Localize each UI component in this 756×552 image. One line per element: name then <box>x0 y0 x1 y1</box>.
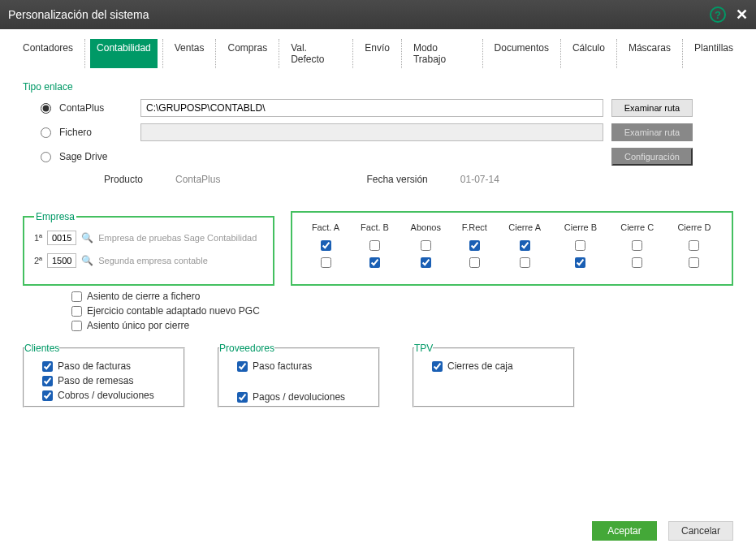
tab-calculo[interactable]: Cálculo <box>566 39 611 68</box>
chk-r1-abonos[interactable] <box>421 240 431 251</box>
tab-valdefecto[interactable]: Val. Defecto <box>284 39 348 68</box>
chk-r1-frect[interactable] <box>469 240 480 251</box>
value-producto: ContaPlus <box>175 174 220 185</box>
label-clientes-paso-facturas: Paso de facturas <box>58 360 131 372</box>
chk-clientes-paso-remesas[interactable] <box>42 376 53 386</box>
chk-ejercicio-pgc[interactable] <box>71 306 82 317</box>
grid-header: Cierre D <box>667 222 722 237</box>
legend-tpv: TPV <box>414 343 433 354</box>
grid-header: Cierre A <box>498 222 551 237</box>
legend-tipo-enlace: Tipo enlace <box>23 81 73 93</box>
close-icon[interactable]: ✕ <box>736 6 748 24</box>
tab-modotrabajo[interactable]: Modo Trabajo <box>407 39 477 68</box>
empresa-1-code-input[interactable] <box>47 231 76 245</box>
chk-r2-factb[interactable] <box>369 257 380 268</box>
grid-header: Abonos <box>400 222 451 237</box>
grid-header: Cierre C <box>610 222 665 237</box>
box-grid: Fact. A Fact. B Abonos F.Rect Cierre A C… <box>291 211 733 286</box>
section-clientes: Clientes Paso de facturas Paso de remesa… <box>23 343 185 408</box>
label-sagedrive: Sage Drive <box>59 151 132 162</box>
window-title: Personalización del sistema <box>8 8 710 21</box>
chk-asiento-unico[interactable] <box>71 321 82 331</box>
button-configuracion: Configuración <box>611 148 693 166</box>
chk-clientes-cobros[interactable] <box>42 390 53 401</box>
chk-r1-cierred[interactable] <box>689 240 699 251</box>
titlebar: Personalización del sistema ? ✕ <box>0 0 756 29</box>
label-clientes-cobros: Cobros / devoluciones <box>58 390 154 401</box>
empresa-2-ord: 2ª <box>34 256 42 265</box>
chk-r1-cierrec[interactable] <box>632 240 642 251</box>
chk-r1-facta[interactable] <box>321 240 331 251</box>
radio-fichero[interactable] <box>41 127 51 138</box>
empresa-1-name: Empresa de pruebas Sage Contabilidad <box>98 233 257 243</box>
tab-mascaras[interactable]: Máscaras <box>622 39 677 68</box>
grid-row-1 <box>302 239 722 254</box>
chk-r1-cierrea[interactable] <box>520 240 530 251</box>
chk-r2-cierred[interactable] <box>689 257 699 268</box>
input-contaplus-path[interactable] <box>140 99 603 117</box>
magnifier-icon[interactable]: 🔍 <box>81 255 93 266</box>
tabstrip: Contadores Contabilidad Ventas Compras V… <box>0 29 756 68</box>
chk-tpv-cierres[interactable] <box>432 361 443 372</box>
section-proveedores: Proveedores Paso facturas Pagos / devolu… <box>218 343 380 408</box>
value-fecha-version: 01-07-14 <box>460 174 499 185</box>
empresa-row-1: 1ª 🔍 Empresa de pruebas Sage Contabilida… <box>34 231 263 245</box>
tab-plantillas[interactable]: Plantillas <box>688 39 740 68</box>
label-fichero: Fichero <box>59 127 132 138</box>
chk-r2-abonos[interactable] <box>421 257 431 268</box>
label-tpv-cierres: Cierres de caja <box>447 360 513 372</box>
magnifier-icon[interactable]: 🔍 <box>81 232 93 244</box>
chk-r2-frect[interactable] <box>469 257 480 268</box>
label-proveedores-pagos: Pagos / devoluciones <box>253 391 345 403</box>
tab-documentos[interactable]: Documentos <box>488 39 555 68</box>
section-tpv: TPV Cierres de caja <box>413 343 575 408</box>
grid-table: Fact. A Fact. B Abonos F.Rect Cierre A C… <box>300 221 724 273</box>
label-clientes-paso-remesas: Paso de remesas <box>58 375 133 386</box>
button-cancelar[interactable]: Cancelar <box>668 521 733 541</box>
tab-compras[interactable]: Compras <box>221 39 274 68</box>
chk-proveedores-pagos[interactable] <box>237 392 248 403</box>
chk-r1-factb[interactable] <box>369 240 380 251</box>
legend-clientes: Clientes <box>24 343 59 354</box>
checklist-cierres: Asiento de cierre a fichero Ejercicio co… <box>71 291 733 331</box>
grid-header: Cierre B <box>553 222 607 237</box>
label-ejercicio-pgc: Ejercicio contable adaptado nuevo PGC <box>87 305 260 317</box>
label-fecha-version: Fecha versión <box>366 174 427 185</box>
radio-contaplus[interactable] <box>41 103 51 114</box>
empresa-2-code-input[interactable] <box>47 253 76 268</box>
label-producto: Producto <box>104 174 143 185</box>
tab-envio[interactable]: Envío <box>358 39 396 68</box>
chk-clientes-paso-facturas[interactable] <box>42 361 53 372</box>
section-tipo-enlace: Tipo enlace ContaPlus Examinar ruta Fich… <box>23 81 733 201</box>
label-asiento-unico: Asiento único por cierre <box>87 320 189 331</box>
legend-proveedores: Proveedores <box>219 343 274 354</box>
grid-header: Fact. A <box>302 222 349 237</box>
button-examinar-contaplus[interactable]: Examinar ruta <box>611 99 693 117</box>
chk-r2-cierreb[interactable] <box>575 257 585 268</box>
chk-r2-facta[interactable] <box>321 257 331 268</box>
label-proveedores-paso-facturas: Paso facturas <box>253 360 312 372</box>
grid-row-2 <box>302 256 722 271</box>
chk-r1-cierreb[interactable] <box>575 240 585 251</box>
label-asiento-fichero: Asiento de cierre a fichero <box>87 291 200 302</box>
tab-contabilidad[interactable]: Contabilidad <box>90 39 158 68</box>
tab-ventas[interactable]: Ventas <box>168 39 211 68</box>
empresa-2-name: Segunda empresa contable <box>98 256 208 265</box>
button-aceptar[interactable]: Aceptar <box>592 521 657 541</box>
chk-asiento-fichero[interactable] <box>71 291 82 302</box>
chk-r2-cierrec[interactable] <box>632 257 642 268</box>
tab-contadores[interactable]: Contadores <box>16 39 80 68</box>
footer-buttons: Aceptar Cancelar <box>592 521 733 541</box>
empresa-row-2: 2ª 🔍 Segunda empresa contable <box>34 253 263 268</box>
legend-empresa: Empresa <box>34 211 76 222</box>
chk-proveedores-paso-facturas[interactable] <box>237 361 248 372</box>
empresa-1-ord: 1ª <box>34 233 42 243</box>
grid-header: F.Rect <box>453 222 496 237</box>
label-contaplus: ContaPlus <box>59 102 132 114</box>
help-icon[interactable]: ? <box>710 6 726 23</box>
button-examinar-fichero: Examinar ruta <box>611 123 693 141</box>
radio-sagedrive[interactable] <box>41 152 51 162</box>
grid-header: Fact. B <box>351 222 399 237</box>
box-empresa: Empresa 1ª 🔍 Empresa de pruebas Sage Con… <box>23 211 274 286</box>
chk-r2-cierrea[interactable] <box>520 257 530 268</box>
